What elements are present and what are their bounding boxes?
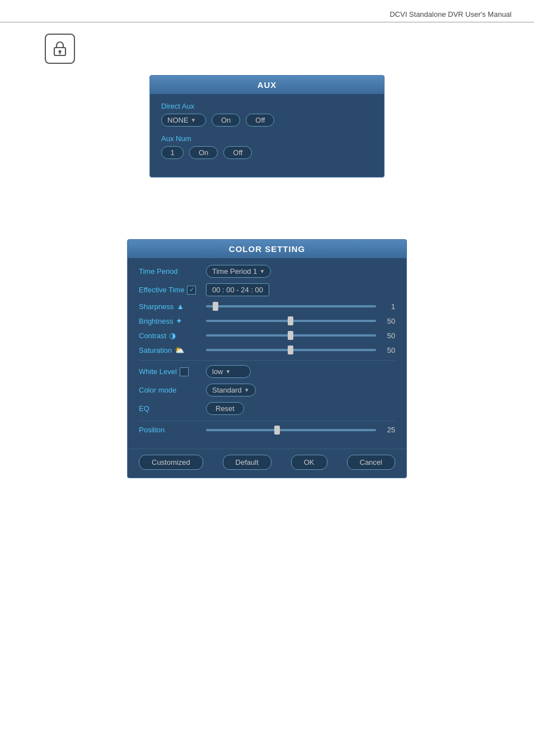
direct-aux-off-button[interactable]: Off: [246, 114, 274, 127]
effective-time-checkbox[interactable]: [187, 286, 196, 295]
brightness-icon: ✦: [176, 316, 182, 325]
saturation-control: 50: [206, 346, 395, 354]
direct-aux-on-button[interactable]: On: [212, 114, 240, 127]
svg-point-1: [59, 50, 62, 53]
aux-dialog-title: AUX: [150, 76, 384, 94]
effective-time-label: Effective Time: [139, 286, 206, 295]
sharpness-value: 1: [382, 302, 395, 311]
saturation-label: Saturation ⛅: [139, 346, 206, 354]
position-thumb[interactable]: [274, 426, 280, 435]
brightness-thumb[interactable]: [288, 316, 293, 325]
contrast-control: 50: [206, 332, 395, 340]
aux-num-on-button[interactable]: On: [189, 146, 218, 159]
contrast-label: Contrast ◑: [139, 331, 206, 340]
position-control: 25: [206, 426, 395, 434]
brightness-control: 50: [206, 317, 395, 325]
color-mode-arrow-icon: ▼: [244, 387, 250, 393]
divider-1: [139, 360, 395, 361]
sharpness-control: 1: [206, 302, 395, 311]
ok-button[interactable]: OK: [291, 455, 327, 470]
aux-num-label: Aux Num: [161, 134, 373, 143]
saturation-thumb[interactable]: [288, 346, 293, 354]
position-row: Position 25: [139, 426, 395, 434]
color-mode-select[interactable]: Standard ▼: [206, 384, 256, 396]
divider-2: [139, 421, 395, 421]
saturation-icon: ⛅: [175, 346, 184, 354]
eq-control: Reset: [206, 402, 395, 415]
eq-reset-button[interactable]: Reset: [206, 402, 244, 415]
time-period-arrow-icon: ▼: [259, 268, 265, 274]
direct-aux-select[interactable]: NONE ▼: [161, 114, 206, 127]
time-period-control: Time Period 1 ▼: [206, 265, 395, 278]
direct-aux-arrow-icon: ▼: [191, 117, 196, 123]
brightness-value: 50: [382, 317, 395, 325]
aux-num-off-button[interactable]: Off: [223, 146, 252, 159]
white-level-row: White Level low ▼: [139, 365, 395, 378]
time-period-label: Time Period: [139, 267, 206, 276]
color-mode-control: Standard ▼: [206, 384, 395, 396]
aux-num-row: 1 On Off: [161, 146, 373, 159]
contrast-row: Contrast ◑ 50: [139, 331, 395, 340]
color-setting-dialog: COLOR SETTING Time Period Time Period 1 …: [127, 239, 407, 478]
position-slider[interactable]: [206, 429, 376, 431]
effective-time-control: 00 : 00 - 24 : 00: [206, 283, 395, 296]
page-title: DCVI Standalone DVR User's Manual: [390, 10, 512, 18]
position-value: 25: [382, 426, 395, 434]
cancel-button[interactable]: Cancel: [347, 455, 395, 470]
bottom-buttons: Customized Default OK Cancel: [128, 449, 406, 478]
effective-time-row: Effective Time 00 : 00 - 24 : 00: [139, 283, 395, 296]
eq-row: EQ Reset: [139, 402, 395, 415]
eq-label: EQ: [139, 404, 206, 413]
time-period-row: Time Period Time Period 1 ▼: [139, 265, 395, 278]
position-label: Position: [139, 426, 206, 434]
contrast-slider[interactable]: [206, 334, 376, 337]
aux-num-value[interactable]: 1: [161, 146, 184, 159]
sharpness-label: Sharpness ▲: [139, 302, 206, 311]
color-mode-label: Color mode: [139, 386, 206, 394]
white-level-checkbox[interactable]: [180, 367, 189, 376]
color-setting-title: COLOR SETTING: [128, 240, 406, 258]
white-level-arrow-icon: ▼: [226, 368, 231, 375]
brightness-row: Brightness ✦ 50: [139, 316, 395, 325]
sharpness-thumb[interactable]: [213, 302, 218, 311]
aux-dialog: AUX Direct Aux NONE ▼ On Off Aux Num 1 O…: [149, 75, 385, 178]
saturation-value: 50: [382, 346, 395, 354]
contrast-value: 50: [382, 332, 395, 340]
saturation-row: Saturation ⛅ 50: [139, 346, 395, 354]
color-mode-row: Color mode Standard ▼: [139, 384, 395, 396]
sharpness-icon: ▲: [176, 302, 184, 311]
sharpness-row: Sharpness ▲ 1: [139, 302, 395, 311]
white-level-select[interactable]: low ▼: [206, 365, 251, 378]
white-level-label: White Level: [139, 367, 206, 376]
effective-time-range[interactable]: 00 : 00 - 24 : 00: [206, 283, 269, 296]
customized-button[interactable]: Customized: [139, 455, 203, 470]
direct-aux-label: Direct Aux: [161, 102, 373, 110]
brightness-slider[interactable]: [206, 320, 376, 322]
brightness-label: Brightness ✦: [139, 316, 206, 325]
default-button[interactable]: Default: [223, 455, 271, 470]
contrast-thumb[interactable]: [288, 331, 293, 340]
lock-icon-container: [45, 34, 512, 64]
time-period-select[interactable]: Time Period 1 ▼: [206, 265, 271, 278]
page-header: DCVI Standalone DVR User's Manual: [0, 0, 534, 22]
white-level-control: low ▼: [206, 365, 395, 378]
lock-icon-box: [45, 34, 75, 64]
direct-aux-row: NONE ▼ On Off: [161, 114, 373, 127]
lock-icon: [51, 40, 69, 58]
saturation-slider[interactable]: [206, 349, 376, 351]
sharpness-slider[interactable]: [206, 305, 376, 307]
contrast-icon: ◑: [169, 331, 176, 340]
